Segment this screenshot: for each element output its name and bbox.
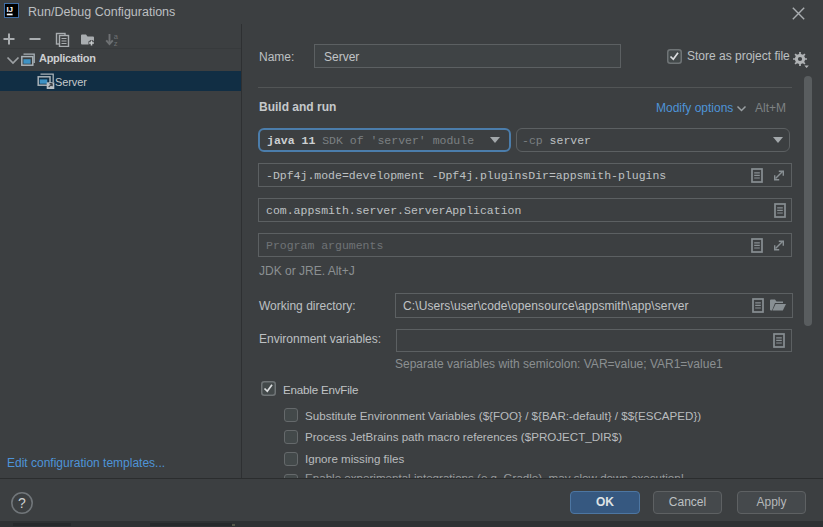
svg-text:z: z: [114, 39, 118, 47]
svg-text:?: ?: [18, 495, 26, 511]
svg-text:IJ: IJ: [6, 5, 13, 14]
